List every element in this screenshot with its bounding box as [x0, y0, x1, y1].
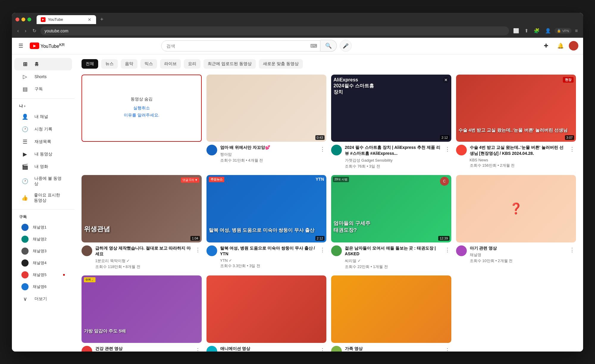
video-thumb-v7: C 20대 사범 엄마들의 구세주태권도장? 12:39: [331, 175, 451, 242]
age-badge-v7: 20대 사범: [333, 177, 349, 182]
cast-icon[interactable]: ⬜: [511, 27, 521, 35]
sidebar-item-home[interactable]: ⊞ 홈: [14, 58, 72, 70]
video-more-button-v5[interactable]: ⋮: [194, 245, 202, 254]
mic-button[interactable]: 🎤: [340, 40, 352, 52]
feedback-link[interactable]: 이유를 알려주세요.: [124, 113, 159, 118]
close-window-button[interactable]: [15, 18, 19, 21]
sidebar-item-my-movies[interactable]: 🎬 내 영화: [14, 160, 72, 173]
maximize-window-button[interactable]: [27, 18, 31, 21]
channel-avatar-v6: [206, 245, 217, 256]
browser-menu-button[interactable]: ≡: [573, 27, 580, 35]
video-info-v9: 건강 관련 영상 채널명 조회수 5만회 • 1개월 전: [95, 346, 191, 352]
back-button[interactable]: ‹: [15, 27, 21, 35]
address-bar-input[interactable]: [40, 26, 509, 35]
sidebar-item-liked[interactable]: 👍 좋아요 표시한 동영상: [14, 190, 72, 206]
video-stats-v5: 조회수 118만회 • 8개월 전: [95, 264, 191, 270]
video-more-button-v6[interactable]: ⋮: [319, 245, 326, 254]
sidebar-channel-3[interactable]: 채널명3: [14, 245, 72, 257]
notification-button[interactable]: 🔔: [555, 40, 566, 52]
sidebar-item-history[interactable]: 🕐 시청 기록: [14, 123, 72, 135]
video-card-v8[interactable]: ❓ 아기 관련 영상 채널명 조회수 10만회 • 2개월 전 ⋮: [456, 175, 576, 270]
tab-close-button[interactable]: ✕: [87, 17, 92, 22]
sidebar-item-shorts[interactable]: ▷ Shorts: [14, 70, 72, 83]
filter-chip-recently-uploaded[interactable]: 최근에 업로드된 동영상: [203, 59, 256, 69]
video-channel-v5: 1분요리 뚝딱이형 ✓: [95, 258, 191, 264]
video-card-v3[interactable]: AliExpress2024필수 스마트홈장치 ✕ 2:12 2024 필수 스…: [331, 75, 451, 169]
video-card-v7[interactable]: C 20대 사범 엄마들의 구세주태권도장? 12:39 젊은 남자들이 모여서…: [331, 175, 451, 270]
create-button[interactable]: ✚: [540, 40, 552, 52]
sidebar-channel-1[interactable]: 채널명1: [14, 221, 72, 233]
video-more-button-v8[interactable]: ⋮: [568, 245, 576, 254]
filter-chip-recipe[interactable]: 요리: [184, 59, 201, 69]
channel-avatar-v7: [331, 245, 342, 256]
video-more-button-v10[interactable]: ⋮: [319, 346, 326, 352]
sidebar-channel-avatar-1: [21, 224, 29, 231]
sidebar-channel-avatar-4: [21, 259, 29, 267]
sidebar-channel-5[interactable]: 채널명5: [14, 269, 72, 281]
video-more-button-v2[interactable]: ⋮: [319, 145, 326, 154]
filter-chip-all[interactable]: 전체: [82, 59, 98, 69]
video-duration-v2: 0:43: [315, 135, 325, 140]
sidebar-show-more[interactable]: ∨ 더보기: [14, 293, 72, 305]
video-stats-v6: 조회수 3.3만회 • 3일 전: [220, 263, 316, 269]
subscriptions-section: 구독: [12, 212, 74, 221]
yt-logo[interactable]: YouTubeKR: [30, 42, 65, 49]
new-tab-button[interactable]: +: [98, 15, 106, 24]
share-icon[interactable]: ⬆: [523, 27, 530, 35]
filter-chip-live[interactable]: 라이브: [160, 59, 181, 69]
search-input[interactable]: [162, 41, 307, 51]
video-more-button-v3[interactable]: ⋮: [444, 145, 451, 154]
sidebar-channel-2[interactable]: 채널명2: [14, 233, 72, 245]
sidebar-item-watch-later[interactable]: 🕐 나중에 볼 동영상: [14, 173, 72, 190]
video-thumb-v8: ❓: [456, 175, 576, 242]
channel-avatar-v10: [206, 346, 217, 352]
extensions-icon[interactable]: 🧩: [532, 27, 541, 35]
minimize-window-button[interactable]: [21, 18, 25, 21]
tab-title: YouTube: [48, 17, 85, 22]
undo-link[interactable]: 실행취소: [133, 105, 150, 111]
video-stats-v7: 조회수 22만회 • 1개월 전: [345, 264, 441, 270]
video-card-v11[interactable]: 가족 영상 채널명 조회수 12만회 • 5개월 전 ⋮: [331, 275, 451, 352]
forward-button[interactable]: ›: [23, 27, 28, 35]
avatar[interactable]: [569, 41, 578, 51]
filter-bar: 전체 뉴스 음악 믹스 라이브 요리 최근에 업로드된 동영상 새로운 맞춤 동…: [82, 59, 576, 69]
refresh-button[interactable]: ↻: [31, 27, 38, 35]
browser-tab[interactable]: YouTube ✕: [37, 15, 96, 24]
thumb-text-v5: 위생관념: [84, 225, 110, 234]
video-meta-v3: 2024 필수 스마트홈 장치 | AliExpress 추천 제품 리뷰 #스…: [331, 145, 451, 169]
chevron-down-icon: ∨: [21, 296, 29, 302]
filter-chip-mix[interactable]: 믹스: [140, 59, 157, 69]
filter-chip-news[interactable]: 뉴스: [101, 59, 118, 69]
video-more-button-v7[interactable]: ⋮: [444, 245, 451, 254]
sidebar-channel-6[interactable]: 채널명6: [14, 281, 72, 293]
video-more-button-v4[interactable]: ⋮: [568, 145, 576, 154]
video-card-v2[interactable]: 0:43 엄마 배 위에서만 자꼬앙💕 짱아맘 조회수 31만회 • 4개월 전…: [206, 75, 327, 169]
video-card-v9[interactable]: 슈퍼🏆 가방 앞감아 주도 5배 건강 관련 영상 채널명 조회수 5만회 • …: [82, 275, 202, 352]
keyboard-icon[interactable]: ⌨: [307, 41, 320, 51]
filter-chip-new-recommended[interactable]: 새로운 맞춤 동영상: [259, 59, 303, 69]
video-meta-v8: 아기 관련 영상 채널명 조회수 10만회 • 2개월 전 ⋮: [456, 245, 576, 264]
video-card-v4[interactable]: 현장 수술 4번 받고 교실 왔는데..'눈물 버튼' 눌러버린 선생님 3:0…: [456, 75, 576, 169]
sidebar-channel-4[interactable]: 채널명4: [14, 257, 72, 269]
video-info-v8: 아기 관련 영상 채널명 조회수 10만회 • 2개월 전: [470, 245, 566, 264]
sidebar-item-playlists[interactable]: ☰ 재생목록: [14, 135, 72, 148]
video-more-button-v9[interactable]: ⋮: [194, 346, 202, 352]
sidebar-item-subscriptions[interactable]: ▤ 구독: [14, 83, 72, 95]
search-button[interactable]: 🔍: [320, 40, 337, 52]
video-stats-v8: 조회수 10만회 • 2개월 전: [470, 258, 566, 264]
video-card-v6[interactable]: 주요뉴스 YTN 탈북 여성, 병원 도움으로 미숙아 쌍둥이 무사 출산 2:…: [206, 175, 327, 270]
video-card-v10[interactable]: 애니메이션 영상 채널명 조회수 8만회 • 3개월 전 ⋮: [206, 275, 327, 352]
video-title-v5: 급하게 영상 제작했습니다. 절대로 보고 따라하지 마세요: [95, 245, 191, 257]
sidebar-item-my-channel[interactable]: 👤 내 채널: [14, 111, 72, 123]
profile-icon[interactable]: 👤: [543, 27, 553, 35]
sidebar-item-subscriptions-label: 구독: [35, 86, 43, 92]
video-more-button-v11[interactable]: ⋮: [444, 346, 451, 352]
menu-button[interactable]: ☰: [17, 41, 25, 51]
filter-chip-music[interactable]: 음악: [121, 59, 137, 69]
video-card-v5[interactable]: 위생관념 댓글 0개 ▼ 1:04 급하게 영상 제작했습니다. 절대로 보고 …: [82, 175, 202, 270]
sidebar-item-my-videos[interactable]: ▶ 내 동영상: [14, 148, 72, 160]
channel-avatar-v11: [331, 346, 342, 352]
channel-avatar-v5: [82, 245, 92, 256]
sidebar-channel-name-6: 채널명6: [33, 284, 65, 289]
vpn-badge: 🔒 VPN: [555, 28, 571, 34]
